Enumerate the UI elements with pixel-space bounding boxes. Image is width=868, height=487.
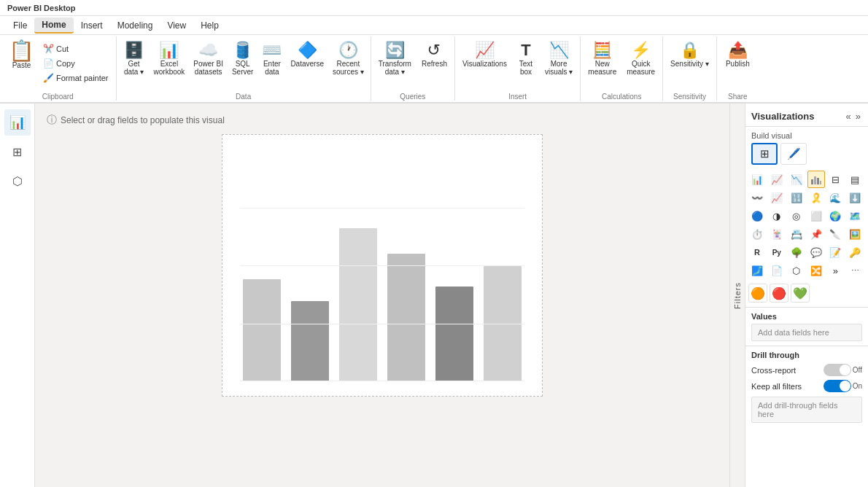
viz-ribbon[interactable]: 🎗️ bbox=[807, 189, 825, 206]
format-painter-button[interactable]: 🖌️ Format painter bbox=[40, 71, 112, 85]
bar-5 bbox=[435, 287, 473, 381]
text-box-button[interactable]: T Textbox bbox=[513, 38, 539, 79]
menu-item-help[interactable]: Help bbox=[193, 18, 226, 33]
cross-report-label: Cross-report bbox=[751, 366, 796, 375]
keep-filters-toggle[interactable]: On bbox=[824, 380, 862, 392]
get-data-button[interactable]: 🗄️ Getdata ▾ bbox=[120, 38, 149, 79]
viz-image[interactable]: 🖼️ bbox=[846, 225, 864, 243]
paste-button[interactable]: 📋 Paste bbox=[4, 38, 39, 72]
bar-1 bbox=[243, 279, 281, 381]
viz-key-influencers[interactable]: 🔑 bbox=[846, 244, 864, 261]
info-icon: ⓘ bbox=[47, 114, 57, 127]
sql-server-button[interactable]: 🛢️ SQLServer bbox=[228, 38, 257, 79]
build-tab-format[interactable]: 🖊️ bbox=[780, 143, 807, 165]
enter-data-button[interactable]: ⌨️ Enterdata bbox=[258, 38, 285, 79]
viz-table[interactable]: ⊟ bbox=[826, 171, 844, 188]
visualizations-panel: Visualizations « » Build visual ⊞ 🖊️ 📊 📈 bbox=[745, 104, 868, 487]
viz-waterfall[interactable]: 🌊 bbox=[826, 189, 844, 206]
refresh-button[interactable]: ↻ Refresh bbox=[417, 38, 452, 71]
viz-line-clustered[interactable]: 🔢 bbox=[788, 189, 805, 206]
custom-viz-2[interactable]: 🔴 bbox=[770, 284, 788, 303]
viz-smart-narrative[interactable]: 📝 bbox=[826, 244, 844, 261]
bar-6 bbox=[484, 266, 522, 381]
more-visuals-button[interactable]: 📉 Morevisuals ▾ bbox=[540, 38, 577, 79]
keep-filters-label: Keep all filters bbox=[751, 382, 802, 391]
menu-item-file[interactable]: File bbox=[6, 18, 34, 33]
transform-data-button[interactable]: 🔄 Transformdata ▾ bbox=[374, 38, 416, 79]
viz-power-automate[interactable]: 🔀 bbox=[807, 262, 825, 279]
viz-matrix[interactable]: ▤ bbox=[846, 171, 864, 188]
excel-workbook-button[interactable]: 📊 Excelworkbook bbox=[150, 38, 189, 79]
drill-through-drop-zone[interactable]: Add drill-through fields here bbox=[751, 397, 862, 423]
power-bi-datasets-button[interactable]: ☁️ Power BIdatasets bbox=[190, 38, 227, 79]
viz-donut[interactable]: ◎ bbox=[788, 207, 805, 225]
report-view-icon[interactable]: 📊 bbox=[4, 109, 31, 136]
panel-header-controls: « » bbox=[845, 109, 862, 123]
menu-item-insert[interactable]: Insert bbox=[74, 18, 110, 33]
ribbon-group-calculations: 🧮 Newmeasure ⚡ Quickmeasure Calculations bbox=[581, 36, 663, 101]
viz-stacked-area[interactable]: 📉 bbox=[788, 171, 805, 188]
left-sidebar: 📊 ⊞ ⬡ bbox=[0, 104, 35, 487]
viz-ellipsis[interactable]: ⋯ bbox=[846, 262, 864, 279]
menu-item-home[interactable]: Home bbox=[34, 17, 73, 34]
new-measure-button[interactable]: 🧮 Newmeasure bbox=[584, 38, 621, 79]
viz-line[interactable]: 〰️ bbox=[748, 189, 766, 206]
ribbon-group-insert: 📈 Visualizations T Textbox 📉 Morevisuals… bbox=[455, 36, 581, 101]
custom-viz-1[interactable]: 🟠 bbox=[748, 284, 767, 303]
viz-pie[interactable]: ◑ bbox=[768, 207, 786, 225]
quick-measure-button[interactable]: ⚡ Quickmeasure bbox=[622, 38, 659, 79]
viz-scatter[interactable]: 🔵 bbox=[748, 207, 766, 225]
menu-item-modeling[interactable]: Modeling bbox=[110, 18, 160, 33]
viz-decomp-tree[interactable]: 🌳 bbox=[788, 244, 805, 261]
svg-rect-2 bbox=[817, 178, 819, 184]
viz-clustered-column[interactable] bbox=[807, 171, 825, 188]
viz-more[interactable]: » bbox=[826, 262, 844, 279]
svg-rect-1 bbox=[814, 176, 816, 184]
viz-map[interactable]: 🌍 bbox=[826, 207, 844, 225]
sensitivity-button[interactable]: 🔒 Sensitivity ▾ bbox=[666, 38, 713, 71]
data-view-icon[interactable]: ⊞ bbox=[4, 139, 31, 165]
collapse-left-icon[interactable]: « bbox=[845, 109, 853, 123]
recent-sources-button[interactable]: 🕐 Recentsources ▾ bbox=[329, 38, 368, 79]
viz-gauge[interactable]: ⏱️ bbox=[748, 225, 766, 243]
ribbon-group-share: 📤 Publish Share bbox=[717, 36, 759, 101]
model-view-icon[interactable]: ⬡ bbox=[4, 168, 31, 194]
viz-icons-grid: 📊 📈 📉 ⊟ ▤ 〰️ 📈 🔢 🎗️ 🌊 ⬇️ 🔵 ◑ ◎ ⬜ 🌍 🗺️ bbox=[745, 169, 868, 281]
viz-kpi[interactable]: 📌 bbox=[807, 225, 825, 243]
viz-multirow-card[interactable]: 📇 bbox=[788, 225, 805, 243]
new-visual-button[interactable]: 📈 Visualizations bbox=[458, 38, 511, 71]
publish-button[interactable]: 📤 Publish bbox=[720, 38, 756, 71]
viz-r-script[interactable]: R bbox=[748, 244, 766, 261]
values-drop-zone[interactable]: Add data fields here bbox=[751, 324, 862, 341]
custom-viz-3[interactable]: 💚 bbox=[791, 284, 810, 303]
viz-card[interactable]: 🃏 bbox=[768, 225, 786, 243]
dataverse-button[interactable]: 🔷 Dataverse bbox=[287, 38, 328, 71]
build-tab-grid[interactable]: ⊞ bbox=[751, 143, 778, 165]
panel-title: Visualizations bbox=[751, 111, 814, 122]
viz-qa[interactable]: 💬 bbox=[807, 244, 825, 261]
viz-python[interactable]: Py bbox=[768, 244, 786, 261]
svg-rect-0 bbox=[811, 179, 813, 184]
viz-paginated[interactable]: 📄 bbox=[768, 262, 786, 279]
drill-through-label: Drill through bbox=[751, 351, 862, 359]
viz-area[interactable]: 📈 bbox=[768, 189, 786, 206]
viz-filled-map[interactable]: 🗺️ bbox=[846, 207, 864, 225]
viz-power-apps[interactable]: ⬡ bbox=[788, 262, 805, 279]
filters-sidebar: Filters bbox=[729, 104, 745, 487]
bar-2 bbox=[291, 301, 329, 381]
copy-button[interactable]: 📄 Copy bbox=[40, 57, 112, 70]
viz-stacked-bar[interactable]: 📊 bbox=[748, 171, 766, 188]
viz-azure-map[interactable]: 🗾 bbox=[748, 262, 766, 279]
bar-3 bbox=[339, 228, 377, 381]
viz-funnel[interactable]: ⬇️ bbox=[846, 189, 864, 206]
visual-container[interactable] bbox=[222, 134, 543, 397]
cross-report-toggle[interactable]: Off bbox=[824, 364, 862, 376]
viz-clustered-bar[interactable]: 📈 bbox=[768, 171, 786, 188]
viz-slicer[interactable]: 🔪 bbox=[826, 225, 844, 243]
expand-right-icon[interactable]: » bbox=[854, 109, 862, 123]
viz-treemap[interactable]: ⬜ bbox=[807, 207, 825, 225]
main-layout: 📊 ⊞ ⬡ ⓘ Select or drag fields to populat… bbox=[0, 104, 868, 487]
cut-button[interactable]: ✂️ Cut bbox=[40, 42, 112, 55]
menu-item-view[interactable]: View bbox=[160, 18, 193, 33]
build-visual-section: Build visual ⊞ 🖊️ bbox=[745, 127, 868, 169]
